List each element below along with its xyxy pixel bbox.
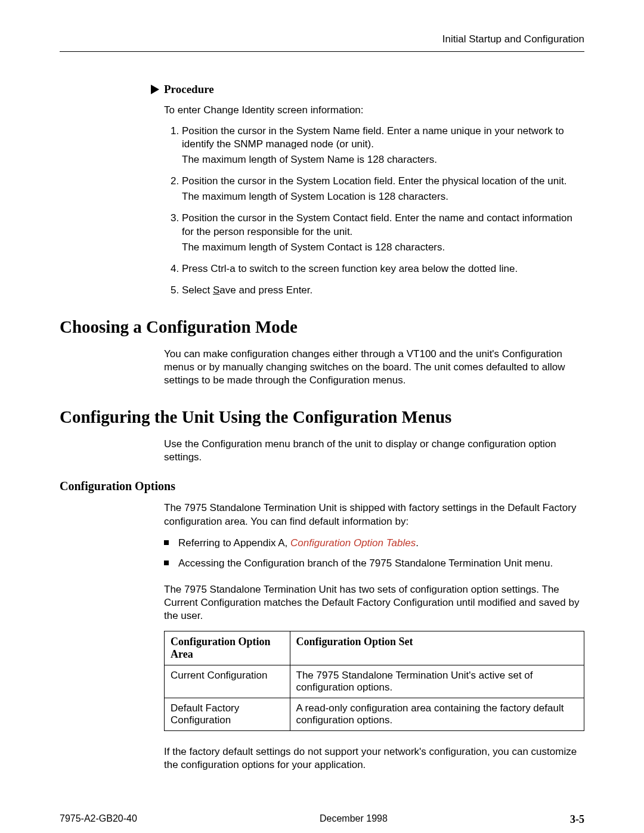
table-row: Current Configuration The 7975 Standalon… [165,665,584,698]
table-header-row: Configuration Option Area Configuration … [165,631,584,665]
step-sub: The maximum length of System Name is 128… [182,153,584,166]
running-head: Initial Startup and Configuration [60,33,584,45]
table-row: Default Factory Configuration A read-onl… [165,698,584,731]
footer-left: 7975-A2-GB20-40 [60,813,137,826]
td-area: Current Configuration [165,665,290,698]
config-table: Configuration Option Area Configuration … [164,631,584,731]
step-2: Position the cursor in the System Locati… [182,175,584,203]
th-set: Configuration Option Set [290,631,584,665]
bullet-pre: Accessing the Configuration branch of th… [178,558,553,569]
step-text: Position the cursor in the System Locati… [182,175,566,187]
step-underline: S [213,284,219,296]
section2-body: Use the Configuration menu branch of the… [164,438,584,464]
step-text: Press Ctrl-a to switch to the screen fun… [182,263,518,274]
td-set: A read-only configuration area containin… [290,698,584,731]
step-text: Position the cursor in the System Name f… [182,125,564,150]
step-5: Select Save and press Enter. [182,284,584,297]
td-area: Default Factory Configuration [165,698,290,731]
procedure-intro: To enter Change Identity screen informat… [164,104,584,116]
bullet-post: . [416,537,419,549]
config-bullets: Referring to Appendix A, Configuration O… [164,537,584,570]
config-p2: The 7975 Standalone Termination Unit has… [164,583,584,623]
th-area: Configuration Option Area [165,631,290,665]
procedure-label: Procedure [164,83,214,96]
subsection-config-options: Configuration Options [60,479,584,493]
config-p1: The 7975 Standalone Termination Unit is … [164,501,584,528]
config-option-tables-link[interactable]: Configuration Option Tables [290,537,416,549]
step-pre: Select [182,284,213,296]
step-3: Position the cursor in the System Contac… [182,212,584,253]
section1-body: You can make configuration changes eithe… [164,348,584,387]
page-footer: 7975-A2-GB20-40 December 1998 3-5 [60,813,584,826]
step-post: ave and press Enter. [219,284,312,296]
td-set: The 7975 Standalone Termination Unit's a… [290,665,584,698]
bullet-pre: Referring to Appendix A, [178,537,290,549]
step-1: Position the cursor in the System Name f… [182,125,584,166]
footer-page-number: 3-5 [570,813,584,826]
section-configuring-unit: Configuring the Unit Using the Configura… [60,407,584,427]
header-rule [60,51,584,52]
bullet-1: Referring to Appendix A, Configuration O… [164,537,584,550]
procedure-steps: Position the cursor in the System Name f… [164,125,584,297]
bullet-2: Accessing the Configuration branch of th… [164,557,584,570]
section-choosing-mode: Choosing a Configuration Mode [60,317,584,337]
arrow-right-icon [151,85,159,94]
step-text: Position the cursor in the System Contac… [182,212,572,237]
footer-center: December 1998 [320,813,388,826]
step-sub: The maximum length of System Location is… [182,190,584,203]
step-4: Press Ctrl-a to switch to the screen fun… [182,262,584,275]
step-sub: The maximum length of System Contact is … [182,241,584,254]
config-p3: If the factory default settings do not s… [164,745,584,772]
procedure-heading: Procedure [164,83,584,96]
